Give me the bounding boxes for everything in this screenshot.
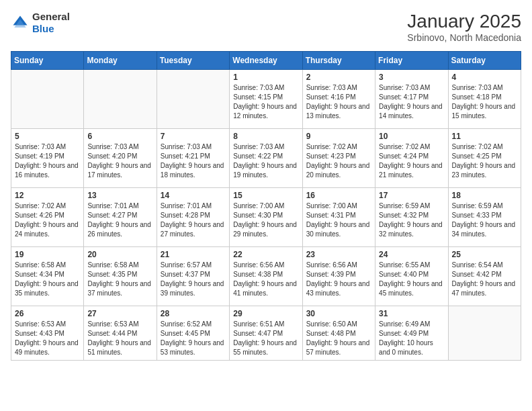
- page-header: General Blue January 2025 Srbinovo, Nort…: [11, 11, 521, 43]
- day-info: Sunrise: 7:02 AM Sunset: 4:23 PM Dayligh…: [306, 142, 371, 180]
- day-number: 23: [306, 250, 371, 259]
- calendar-cell: 11Sunrise: 7:02 AM Sunset: 4:25 PM Dayli…: [448, 129, 521, 188]
- day-number: 21: [161, 250, 226, 259]
- weekday-header-tuesday: Tuesday: [157, 52, 229, 70]
- day-number: 24: [379, 250, 444, 259]
- logo-general: General: [32, 11, 70, 22]
- weekday-header-wednesday: Wednesday: [230, 52, 302, 70]
- day-info: Sunrise: 7:03 AM Sunset: 4:19 PM Dayligh…: [15, 142, 80, 180]
- day-info: Sunrise: 6:52 AM Sunset: 4:45 PM Dayligh…: [161, 320, 226, 357]
- day-number: 12: [15, 191, 80, 200]
- calendar-cell: 4Sunrise: 7:03 AM Sunset: 4:18 PM Daylig…: [448, 70, 521, 129]
- calendar-cell: 25Sunrise: 6:54 AM Sunset: 4:42 PM Dayli…: [448, 247, 521, 306]
- calendar-cell: 13Sunrise: 7:01 AM Sunset: 4:27 PM Dayli…: [84, 188, 157, 247]
- week-row-1: 1Sunrise: 7:03 AM Sunset: 4:15 PM Daylig…: [11, 70, 521, 129]
- day-info: Sunrise: 6:56 AM Sunset: 4:39 PM Dayligh…: [306, 261, 371, 298]
- calendar-cell: 26Sunrise: 6:53 AM Sunset: 4:43 PM Dayli…: [11, 306, 84, 361]
- day-info: Sunrise: 7:02 AM Sunset: 4:25 PM Dayligh…: [452, 142, 517, 180]
- calendar-cell: 6Sunrise: 7:03 AM Sunset: 4:20 PM Daylig…: [84, 129, 157, 188]
- day-info: Sunrise: 6:59 AM Sunset: 4:33 PM Dayligh…: [452, 201, 517, 239]
- weekday-header-monday: Monday: [84, 52, 157, 70]
- week-row-2: 5Sunrise: 7:03 AM Sunset: 4:19 PM Daylig…: [11, 129, 521, 188]
- logo: General Blue: [11, 11, 70, 35]
- day-number: 19: [15, 250, 80, 259]
- calendar-cell: 27Sunrise: 6:53 AM Sunset: 4:44 PM Dayli…: [84, 306, 157, 361]
- day-number: 26: [15, 309, 80, 318]
- weekday-header-row: SundayMondayTuesdayWednesdayThursdayFrid…: [11, 52, 521, 70]
- logo-icon: [11, 13, 30, 32]
- day-number: 17: [379, 191, 444, 200]
- day-info: Sunrise: 6:50 AM Sunset: 4:48 PM Dayligh…: [306, 320, 371, 357]
- day-number: 15: [233, 191, 298, 200]
- calendar-cell: 29Sunrise: 6:51 AM Sunset: 4:47 PM Dayli…: [230, 306, 302, 361]
- calendar-cell: 14Sunrise: 7:01 AM Sunset: 4:28 PM Dayli…: [157, 188, 229, 247]
- day-info: Sunrise: 6:58 AM Sunset: 4:35 PM Dayligh…: [87, 261, 152, 298]
- day-info: Sunrise: 6:53 AM Sunset: 4:43 PM Dayligh…: [15, 320, 80, 357]
- calendar-cell: 1Sunrise: 7:03 AM Sunset: 4:15 PM Daylig…: [230, 70, 302, 129]
- calendar-cell: 23Sunrise: 6:56 AM Sunset: 4:39 PM Dayli…: [302, 247, 375, 306]
- day-number: 8: [233, 132, 298, 141]
- day-number: 28: [161, 309, 226, 318]
- week-row-3: 12Sunrise: 7:02 AM Sunset: 4:26 PM Dayli…: [11, 188, 521, 247]
- day-number: 3: [379, 73, 444, 82]
- day-number: 22: [233, 250, 298, 259]
- weekday-header-thursday: Thursday: [302, 52, 375, 70]
- week-row-5: 26Sunrise: 6:53 AM Sunset: 4:43 PM Dayli…: [11, 306, 521, 361]
- day-info: Sunrise: 6:57 AM Sunset: 4:37 PM Dayligh…: [161, 261, 226, 298]
- calendar-cell: 16Sunrise: 7:00 AM Sunset: 4:31 PM Dayli…: [302, 188, 375, 247]
- calendar-cell: 19Sunrise: 6:58 AM Sunset: 4:34 PM Dayli…: [11, 247, 84, 306]
- day-number: 13: [87, 191, 152, 200]
- calendar-cell: 30Sunrise: 6:50 AM Sunset: 4:48 PM Dayli…: [302, 306, 375, 361]
- day-number: 20: [87, 250, 152, 259]
- day-info: Sunrise: 7:03 AM Sunset: 4:22 PM Dayligh…: [233, 142, 298, 180]
- weekday-header-friday: Friday: [375, 52, 448, 70]
- day-number: 29: [233, 309, 298, 318]
- calendar-cell: 8Sunrise: 7:03 AM Sunset: 4:22 PM Daylig…: [230, 129, 302, 188]
- day-number: 2: [306, 73, 371, 82]
- day-info: Sunrise: 7:00 AM Sunset: 4:30 PM Dayligh…: [233, 201, 298, 239]
- location-subtitle: Srbinovo, North Macedonia: [407, 32, 521, 43]
- day-info: Sunrise: 7:01 AM Sunset: 4:27 PM Dayligh…: [87, 201, 152, 239]
- day-number: 31: [379, 309, 444, 318]
- day-info: Sunrise: 7:03 AM Sunset: 4:21 PM Dayligh…: [161, 142, 226, 180]
- weekday-header-saturday: Saturday: [448, 52, 521, 70]
- day-number: 18: [452, 191, 517, 200]
- logo-blue: Blue: [32, 23, 54, 34]
- calendar-cell: 9Sunrise: 7:02 AM Sunset: 4:23 PM Daylig…: [302, 129, 375, 188]
- calendar-cell: 12Sunrise: 7:02 AM Sunset: 4:26 PM Dayli…: [11, 188, 84, 247]
- calendar-cell: 24Sunrise: 6:55 AM Sunset: 4:40 PM Dayli…: [375, 247, 448, 306]
- day-info: Sunrise: 7:03 AM Sunset: 4:15 PM Dayligh…: [233, 83, 298, 121]
- day-number: 6: [87, 132, 152, 141]
- calendar-table: SundayMondayTuesdayWednesdayThursdayFrid…: [11, 51, 521, 361]
- day-info: Sunrise: 7:02 AM Sunset: 4:24 PM Dayligh…: [379, 142, 444, 180]
- day-number: 4: [452, 73, 517, 82]
- day-info: Sunrise: 6:59 AM Sunset: 4:32 PM Dayligh…: [379, 201, 444, 239]
- calendar-cell: 21Sunrise: 6:57 AM Sunset: 4:37 PM Dayli…: [157, 247, 229, 306]
- weekday-header-sunday: Sunday: [11, 52, 84, 70]
- calendar-cell: 2Sunrise: 7:03 AM Sunset: 4:16 PM Daylig…: [302, 70, 375, 129]
- calendar-cell: 17Sunrise: 6:59 AM Sunset: 4:32 PM Dayli…: [375, 188, 448, 247]
- calendar-cell: 20Sunrise: 6:58 AM Sunset: 4:35 PM Dayli…: [84, 247, 157, 306]
- day-number: 9: [306, 132, 371, 141]
- calendar-cell: 7Sunrise: 7:03 AM Sunset: 4:21 PM Daylig…: [157, 129, 229, 188]
- day-number: 11: [452, 132, 517, 141]
- day-number: 16: [306, 191, 371, 200]
- day-info: Sunrise: 7:02 AM Sunset: 4:26 PM Dayligh…: [15, 201, 80, 239]
- day-info: Sunrise: 7:03 AM Sunset: 4:18 PM Dayligh…: [452, 83, 517, 121]
- day-number: 1: [233, 73, 298, 82]
- calendar-cell: 28Sunrise: 6:52 AM Sunset: 4:45 PM Dayli…: [157, 306, 229, 361]
- calendar-cell: [157, 70, 229, 129]
- day-info: Sunrise: 6:49 AM Sunset: 4:49 PM Dayligh…: [379, 320, 444, 357]
- day-info: Sunrise: 7:03 AM Sunset: 4:17 PM Dayligh…: [379, 83, 444, 121]
- calendar-cell: 18Sunrise: 6:59 AM Sunset: 4:33 PM Dayli…: [448, 188, 521, 247]
- day-info: Sunrise: 7:03 AM Sunset: 4:16 PM Dayligh…: [306, 83, 371, 121]
- day-info: Sunrise: 7:00 AM Sunset: 4:31 PM Dayligh…: [306, 201, 371, 239]
- day-info: Sunrise: 6:51 AM Sunset: 4:47 PM Dayligh…: [233, 320, 298, 357]
- calendar-cell: [448, 306, 521, 361]
- logo-text: General Blue: [32, 11, 70, 35]
- day-number: 7: [161, 132, 226, 141]
- day-info: Sunrise: 6:55 AM Sunset: 4:40 PM Dayligh…: [379, 261, 444, 298]
- day-info: Sunrise: 7:01 AM Sunset: 4:28 PM Dayligh…: [161, 201, 226, 239]
- calendar-cell: [11, 70, 84, 129]
- day-info: Sunrise: 6:53 AM Sunset: 4:44 PM Dayligh…: [87, 320, 152, 357]
